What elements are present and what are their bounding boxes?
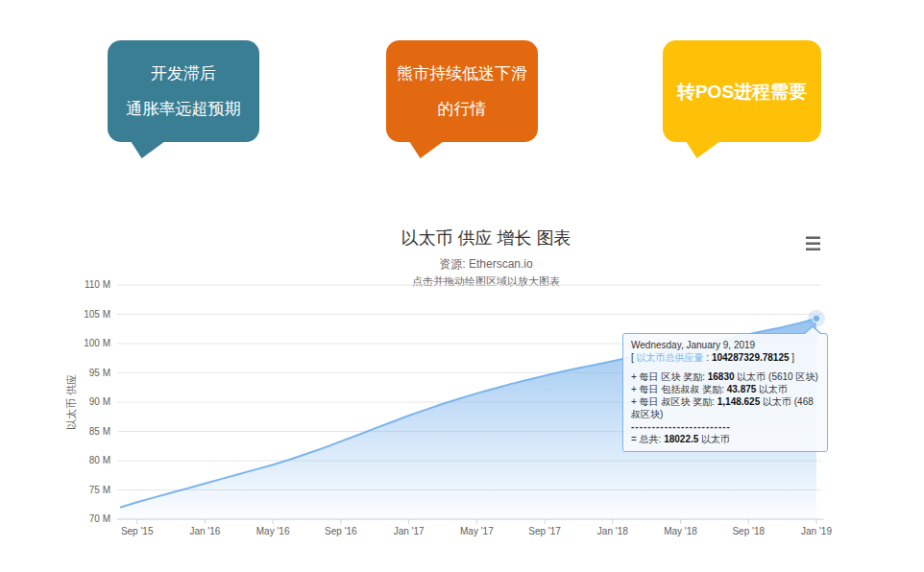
x-tick-label: Sep '16 bbox=[325, 526, 357, 536]
tooltip-supply-value: 104287329.78125 bbox=[712, 352, 790, 363]
chart-tooltip: Wednesday, January 9, 2019 [ 以太币总供应量 : 1… bbox=[622, 333, 828, 452]
y-tick-label: 100 M bbox=[84, 338, 110, 348]
tooltip-series-label: 以太币总供应量 bbox=[637, 352, 704, 363]
tooltip-reward-line: + 每日 叔区块 奖励: 1,148.625 以太币 (468 叔区块) bbox=[631, 395, 819, 420]
y-tick-label: 80 M bbox=[89, 455, 110, 465]
y-tick-label: 70 M bbox=[89, 513, 110, 524]
tooltip-total-line: = 总共: 18022.5 以太币 bbox=[631, 433, 819, 445]
y-tick-label: 85 M bbox=[89, 426, 110, 437]
x-axis-labels: Sep '15Jan '16May '16Sep '16Jan '17May '… bbox=[121, 526, 833, 536]
y-axis-labels: 70 M75 M80 M85 M90 M95 M100 M105 M110 M bbox=[84, 279, 110, 524]
tooltip-reward-line: + 每日 区块 奖励: 16830 以太币 (5610 区块) bbox=[631, 370, 819, 383]
x-tick-label: May '16 bbox=[256, 526, 290, 536]
supply-chart-plot[interactable]: 70 M75 M80 M85 M90 M95 M100 M105 M110 M … bbox=[0, 0, 924, 572]
y-tick-label: 95 M bbox=[89, 368, 110, 378]
y-tick-label: 105 M bbox=[84, 309, 110, 320]
x-axis bbox=[117, 519, 824, 524]
x-tick-label: Jan '19 bbox=[801, 526, 832, 536]
tooltip-reward-line: + 每日 包括叔叔 奖励: 43.875 以太币 bbox=[631, 383, 819, 395]
tooltip-separator: ------------------------ bbox=[631, 420, 819, 433]
x-tick-label: Sep '17 bbox=[528, 526, 561, 536]
x-tick-label: Jan '17 bbox=[394, 526, 425, 536]
y-tick-label: 75 M bbox=[89, 485, 110, 495]
x-tick-label: Jan '18 bbox=[597, 526, 628, 536]
x-tick-label: Sep '15 bbox=[121, 526, 154, 536]
tooltip-date: Wednesday, January 9, 2019 bbox=[631, 339, 819, 351]
y-axis-title: 以太币 供应 bbox=[65, 374, 77, 430]
x-tick-label: Jan '16 bbox=[189, 526, 220, 536]
hover-marker-point[interactable] bbox=[813, 315, 820, 322]
y-tick-label: 90 M bbox=[89, 396, 110, 407]
y-tick-label: 110 M bbox=[85, 279, 110, 290]
tooltip-supply-line: [ 以太币总供应量 : 104287329.78125 ] bbox=[631, 351, 819, 364]
infographic-slide: 开发滞后 通胀率远超预期 熊市持续低迷下滑 的行情 转POS进程需要 以太币 供… bbox=[0, 0, 924, 572]
x-tick-label: May '18 bbox=[664, 526, 697, 536]
x-tick-label: Sep '18 bbox=[732, 526, 765, 536]
tooltip-total-value: 18022.5 bbox=[664, 434, 698, 444]
x-tick-label: May '17 bbox=[460, 526, 494, 536]
